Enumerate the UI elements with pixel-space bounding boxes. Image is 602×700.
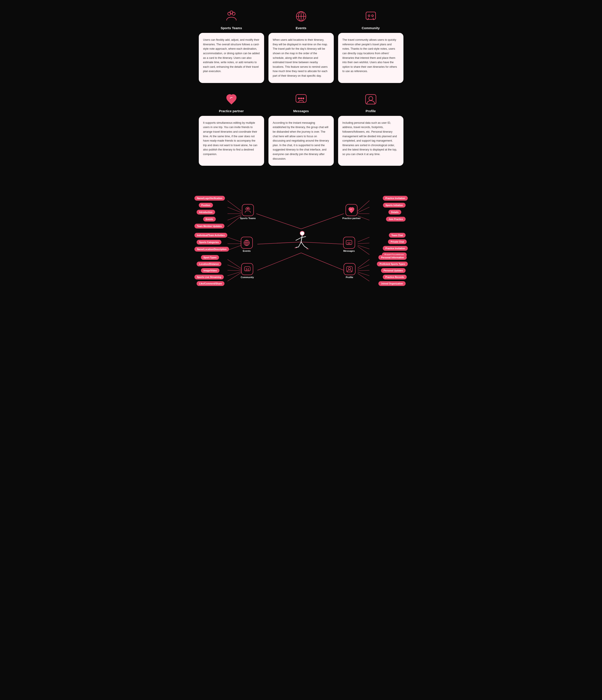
svg-point-11 xyxy=(298,98,299,99)
tag-private-chat: Private Chat xyxy=(388,240,407,244)
tag-personal-info: Personal Information xyxy=(378,255,407,260)
tag-join-practice: Join Practice xyxy=(386,217,405,222)
node-events-label: Events xyxy=(243,250,251,252)
svg-line-30 xyxy=(227,259,241,269)
tag-location-distance: Location/Distance xyxy=(197,261,221,266)
events-text: When users add locations to their itiner… xyxy=(273,38,330,78)
node-events: Events xyxy=(241,237,253,252)
node-messages: Messages xyxy=(343,237,355,252)
tag-practice-invitation-1: Practice Invitation xyxy=(383,196,408,201)
svg-line-45 xyxy=(358,270,369,271)
community-title: Community xyxy=(362,26,380,30)
svg-line-40 xyxy=(358,243,369,244)
profile-text: Including personal data such as user ID,… xyxy=(342,121,399,157)
practice-partner-title: Practice partner xyxy=(219,109,244,113)
tag-personal-updates: Personal Updates xyxy=(381,268,405,273)
node-community-icon xyxy=(241,263,253,275)
sports-teams-icon xyxy=(224,9,239,24)
sports-teams-text: Users can flexibly add, adjust, and modi… xyxy=(203,38,260,74)
messages-icon-top xyxy=(293,92,309,107)
messages-text: According to the instant messaging estab… xyxy=(273,121,330,161)
practice-partner-text: It supports simultaneous editing by mult… xyxy=(203,121,260,157)
svg-point-71 xyxy=(350,242,351,243)
svg-point-70 xyxy=(348,242,349,243)
svg-point-9 xyxy=(372,15,373,17)
svg-rect-55 xyxy=(244,267,250,271)
center-skater xyxy=(287,228,315,256)
node-practice-label: Practice partner xyxy=(342,217,361,220)
practice-partner-card: It supports simultaneous editing by mult… xyxy=(199,116,264,166)
svg-line-22 xyxy=(227,201,241,211)
svg-line-43 xyxy=(358,259,369,268)
tag-position: Position xyxy=(199,203,213,207)
svg-point-69 xyxy=(347,242,348,243)
svg-line-33 xyxy=(227,272,241,276)
mindmap-container: Name/Logo/Verification Position Introduc… xyxy=(194,185,408,299)
messages-title: Messages xyxy=(293,109,309,113)
node-events-icon xyxy=(241,237,253,249)
node-profile-icon xyxy=(344,263,356,275)
svg-line-42 xyxy=(358,246,369,255)
tag-events-left: Events xyxy=(203,217,216,222)
feature-row-2: Practice partner It supports simultaneou… xyxy=(199,92,403,166)
svg-line-26 xyxy=(227,216,241,227)
tag-practice-invitation-2: Practice Invitation xyxy=(383,246,408,251)
node-messages-icon xyxy=(343,237,355,249)
sports-teams-card: Users can flexibly add, adjust, and modi… xyxy=(199,33,264,83)
tag-sports-initiation: Sports Initiation xyxy=(383,203,405,207)
top-section: Sports Teams Users can flexibly add, adj… xyxy=(192,0,410,179)
messages-card: According to the instant messaging estab… xyxy=(268,116,334,166)
events-icon xyxy=(293,9,309,24)
feature-col-practice: Practice partner It supports simultaneou… xyxy=(199,92,264,166)
svg-point-56 xyxy=(246,268,247,269)
profile-icon-top xyxy=(363,92,378,107)
tag-name-location: Name/Location/Description xyxy=(194,247,229,252)
svg-point-12 xyxy=(300,98,302,99)
node-sports-teams-icon xyxy=(242,204,254,216)
svg-line-39 xyxy=(358,237,369,242)
node-profile: Profile xyxy=(344,263,356,279)
svg-line-63 xyxy=(296,247,298,247)
events-title: Events xyxy=(296,26,306,30)
svg-line-62 xyxy=(298,242,301,247)
svg-line-44 xyxy=(358,265,369,269)
community-icon xyxy=(363,9,378,24)
svg-line-41 xyxy=(358,245,369,249)
svg-point-73 xyxy=(348,268,351,270)
feature-col-messages: Messages According to the instant messag… xyxy=(268,92,334,166)
svg-line-16 xyxy=(256,214,301,229)
node-community: Community xyxy=(241,263,254,279)
tag-proficient-sports: Proficient Sports Types xyxy=(377,261,408,266)
feature-col-events: Events When users add locations to their… xyxy=(268,9,334,83)
tag-individual: Individual/Team Activities xyxy=(194,233,228,238)
svg-line-64 xyxy=(301,242,304,246)
feature-row-1: Sports Teams Users can flexibly add, adj… xyxy=(199,9,403,83)
svg-line-31 xyxy=(227,265,241,270)
tag-team-chat: Team Chat xyxy=(389,233,405,238)
svg-point-8 xyxy=(368,15,370,17)
events-card: When users add locations to their itiner… xyxy=(268,33,334,83)
svg-line-65 xyxy=(304,246,308,249)
tag-sports-categories: Sports Categories xyxy=(197,240,221,245)
node-sports-teams: Sports Teams xyxy=(240,204,256,220)
node-messages-label: Messages xyxy=(343,250,355,252)
svg-line-19 xyxy=(301,214,344,229)
feature-col-community: Community The travel community allows us… xyxy=(338,9,403,83)
svg-point-13 xyxy=(303,98,304,99)
svg-line-46 xyxy=(358,272,369,276)
svg-line-34 xyxy=(227,272,241,281)
node-community-label: Community xyxy=(241,276,254,279)
svg-line-25 xyxy=(227,215,241,220)
profile-card: Including personal data such as user ID,… xyxy=(338,116,403,166)
tag-joined-org: Joined Organization xyxy=(378,281,405,286)
node-sports-teams-label: Sports Teams xyxy=(240,217,256,220)
svg-line-47 xyxy=(358,273,369,281)
svg-line-59 xyxy=(301,235,302,242)
community-card: The travel community allows users to qui… xyxy=(338,33,403,83)
tag-sports-live: Sports Live Streaming xyxy=(194,275,224,279)
feature-col-sports-teams: Sports Teams Users can flexibly add, adj… xyxy=(199,9,264,83)
svg-rect-7 xyxy=(366,12,375,19)
tag-sport-types: Sport Types xyxy=(201,255,219,260)
tag-practice-records: Practice Records xyxy=(383,275,407,279)
svg-line-60 xyxy=(296,238,301,241)
